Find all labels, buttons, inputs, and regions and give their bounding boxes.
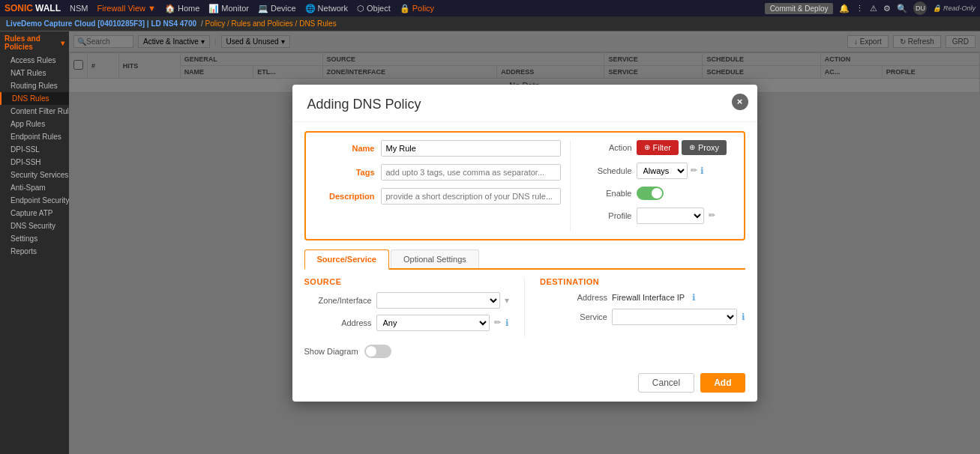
modal-title: Adding DNS Policy — [307, 97, 742, 112]
show-diagram-toggle[interactable] — [364, 345, 391, 358]
sidebar-item-dns-rules[interactable]: DNS Rules — [0, 92, 69, 105]
sidebar-item-nat-rules[interactable]: NAT Rules — [0, 67, 69, 79]
tab-optional-settings[interactable]: Optional Settings — [391, 249, 479, 268]
schedule-controls: Always Never Custom ✏ ℹ — [637, 163, 704, 179]
description-label: Description — [315, 192, 375, 201]
sidebar-item-reports[interactable]: Reports — [0, 245, 69, 258]
action-label: Action — [580, 143, 632, 152]
nav-home[interactable]: 🏠 Home — [165, 4, 199, 13]
device-info[interactable]: LiveDemo Capture Cloud [04010285F3] | LD… — [6, 19, 196, 28]
sidebar-item-dpi-ssl[interactable]: DPI-SSL — [0, 143, 69, 156]
nav-firewall-view[interactable]: Firewall View ▼ — [97, 4, 155, 13]
commit-deploy-button[interactable]: Commit & Deploy — [765, 3, 834, 14]
schedule-info-icon[interactable]: ℹ — [700, 166, 704, 176]
sidebar-item-security-services[interactable]: Security Services — [0, 169, 69, 181]
description-row: Description — [315, 188, 561, 205]
zone-interface-select[interactable] — [376, 292, 501, 309]
destination-title: DESTINATION — [540, 277, 745, 286]
sidebar-item-settings[interactable]: Settings — [0, 232, 69, 245]
dest-service-label: Service — [540, 312, 607, 321]
modal-body: Name Tags Description — [292, 122, 757, 367]
sidebar-item-capture-atp[interactable]: Capture ATP — [0, 207, 69, 220]
modal-footer: Cancel Add — [292, 367, 757, 402]
content-area: 🔍 Active & Inactive ▾ | Used & Unused ▾ … — [69, 31, 980, 454]
zone-interface-row: Zone/Interface ▾ — [304, 292, 510, 309]
nav-sonicwall-logo[interactable]: SONICWALL — [4, 3, 61, 13]
modal-close-button[interactable]: × — [732, 94, 748, 110]
dest-address-label: Address — [540, 293, 607, 302]
tab-source-service[interactable]: Source/Service — [304, 249, 390, 270]
main-layout: Rules and Policies ▾ Access Rules NAT Ru… — [0, 31, 980, 454]
settings-icon[interactable]: ⚙ — [883, 4, 891, 13]
sidebar-item-routing-rules[interactable]: Routing Rules — [0, 79, 69, 92]
enable-toggle[interactable] — [637, 187, 664, 200]
source-address-edit-icon[interactable]: ✏ — [494, 318, 501, 327]
src-dest-divider — [524, 277, 525, 337]
add-button[interactable]: Add — [700, 373, 745, 393]
sidebar-item-content-filter[interactable]: Content Filter Rules — [0, 105, 69, 118]
description-input[interactable] — [381, 188, 561, 205]
enable-row: Enable — [580, 187, 735, 200]
notification-icon[interactable]: 🔔 — [839, 4, 850, 13]
proxy-action-button[interactable]: ⊕ Proxy — [682, 140, 727, 155]
tabs-row: Source/Service Optional Settings — [304, 249, 745, 270]
sidebar-item-access-rules[interactable]: Access Rules — [0, 54, 69, 67]
profile-row: Profile ✏ — [580, 208, 735, 224]
nav-nsm[interactable]: NSM — [70, 4, 88, 13]
zone-dropdown-icon: ▾ — [505, 295, 509, 306]
source-destination-container: SOURCE Zone/Interface ▾ Address — [304, 277, 745, 337]
source-panel: SOURCE Zone/Interface ▾ Address — [304, 277, 510, 337]
tags-row: Tags — [315, 164, 561, 181]
nav-object[interactable]: ⬡ Object — [357, 4, 391, 13]
action-row: Action ⊕ Filter ⊕ Proxy — [580, 140, 735, 155]
dest-service-info-icon[interactable]: ℹ — [742, 312, 745, 322]
dest-address-info-icon[interactable]: ℹ — [692, 292, 696, 303]
form-right-column: Action ⊕ Filter ⊕ Proxy — [570, 140, 735, 231]
schedule-label: Schedule — [580, 166, 632, 175]
source-address-label: Address — [304, 318, 372, 327]
dest-address-row: Address Firewall Interface IP ℹ — [540, 292, 745, 303]
form-top-section: Name Tags Description — [304, 131, 745, 240]
search-nav-icon[interactable]: 🔍 — [897, 4, 907, 13]
dest-address-value: Firewall Interface IP — [612, 293, 685, 302]
filter-action-button[interactable]: ⊕ Filter — [637, 140, 679, 155]
form-left-column: Name Tags Description — [315, 140, 561, 231]
source-title: SOURCE — [304, 277, 510, 286]
show-diagram-row: Show Diagram — [304, 345, 745, 358]
source-address-select[interactable]: Any — [376, 315, 490, 331]
top-navigation: SONICWALL NSM Firewall View ▼ 🏠 Home 📊 M… — [0, 0, 980, 16]
source-address-row: Address Any ✏ ℹ — [304, 315, 510, 331]
sidebar: Rules and Policies ▾ Access Rules NAT Ru… — [0, 31, 69, 454]
alerts-icon[interactable]: ⚠ — [870, 4, 877, 13]
name-input[interactable] — [381, 140, 561, 157]
profile-select[interactable] — [637, 208, 704, 224]
cancel-button[interactable]: Cancel — [638, 373, 694, 393]
sidebar-item-endpoint-security[interactable]: Endpoint Security — [0, 194, 69, 207]
menu-icon[interactable]: ⋮ — [856, 4, 864, 13]
modal-header: Adding DNS Policy × — [292, 85, 757, 122]
dest-service-select[interactable] — [612, 309, 737, 325]
modal-overlay: Adding DNS Policy × Name Ta — [69, 31, 980, 454]
nav-monitor[interactable]: 📊 Monitor — [208, 4, 249, 13]
breadcrumb: / Policy / Rules and Policies / DNS Rule… — [201, 19, 337, 28]
sidebar-section-rules[interactable]: Rules and Policies ▾ — [0, 31, 69, 54]
sidebar-item-anti-spam[interactable]: Anti-Spam — [0, 181, 69, 194]
nav-policy[interactable]: 🔒 Policy — [400, 4, 434, 13]
schedule-edit-icon[interactable]: ✏ — [691, 166, 697, 175]
sidebar-item-app-rules[interactable]: App Rules — [0, 118, 69, 130]
sidebar-item-dpi-ssh[interactable]: DPI-SSH — [0, 156, 69, 169]
user-avatar[interactable]: DU — [913, 1, 927, 15]
profile-label: Profile — [580, 211, 632, 220]
nav-device[interactable]: 💻 Device — [258, 4, 296, 13]
sidebar-item-endpoint-rules[interactable]: Endpoint Rules — [0, 130, 69, 143]
sidebar-item-dns-security[interactable]: DNS Security — [0, 220, 69, 232]
name-label: Name — [315, 144, 375, 153]
schedule-select[interactable]: Always Never Custom — [637, 163, 688, 179]
source-address-info-icon[interactable]: ℹ — [505, 318, 509, 328]
profile-edit-icon[interactable]: ✏ — [709, 211, 715, 220]
zone-interface-label: Zone/Interface — [304, 296, 372, 305]
tags-input[interactable] — [381, 164, 561, 181]
name-row: Name — [315, 140, 561, 157]
action-buttons-group: ⊕ Filter ⊕ Proxy — [637, 140, 727, 155]
nav-network[interactable]: 🌐 Network — [305, 4, 348, 13]
